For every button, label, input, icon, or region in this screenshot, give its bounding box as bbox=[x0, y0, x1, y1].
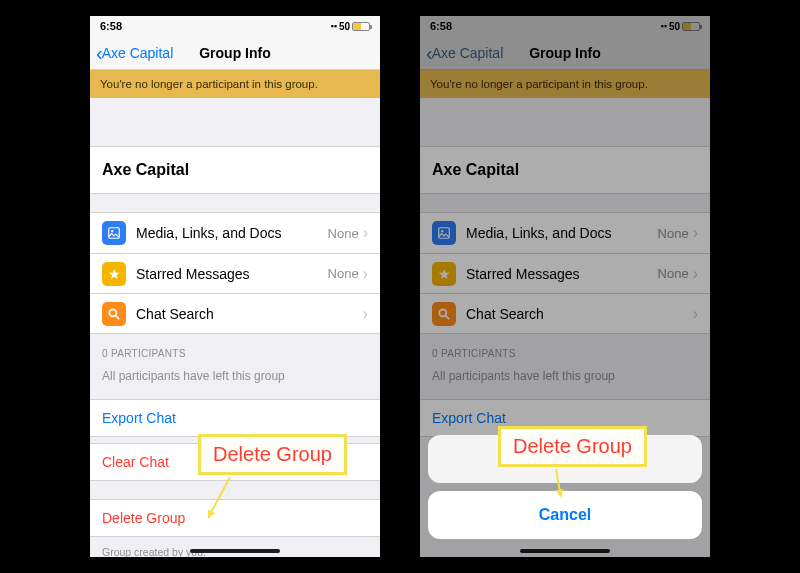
clear-chat-button[interactable]: Clear Chat bbox=[90, 443, 380, 481]
status-time: 6:58 bbox=[100, 20, 122, 32]
media-icon bbox=[102, 221, 126, 245]
svg-point-1 bbox=[111, 230, 113, 232]
screenshot-right: 6:58 ▪▪ 50 ‹ Axe Capital Group Info You'… bbox=[420, 16, 710, 557]
screenshot-left: 6:58 ▪▪ 50 ‹ Axe Capital Group Info You'… bbox=[90, 16, 380, 557]
svg-line-3 bbox=[116, 315, 120, 319]
back-label: Axe Capital bbox=[102, 45, 174, 61]
row-label: Chat Search bbox=[136, 306, 363, 322]
participants-header: 0 PARTICIPANTS bbox=[90, 334, 380, 363]
search-icon bbox=[102, 302, 126, 326]
action-sheet: Delete Group Cancel bbox=[428, 435, 702, 539]
chevron-right-icon: › bbox=[363, 305, 368, 323]
media-links-docs-row[interactable]: Media, Links, and Docs None › bbox=[90, 213, 380, 253]
row-value: None bbox=[328, 226, 359, 241]
row-label: Starred Messages bbox=[136, 266, 328, 282]
delete-group-button[interactable]: Delete Group bbox=[90, 499, 380, 537]
chevron-right-icon: › bbox=[363, 265, 368, 283]
chevron-right-icon: › bbox=[363, 224, 368, 242]
chat-search-row[interactable]: Chat Search › bbox=[90, 293, 380, 333]
nav-bar: ‹ Axe Capital Group Info bbox=[90, 36, 380, 70]
group-name: Axe Capital bbox=[90, 146, 380, 194]
row-value: None bbox=[328, 266, 359, 281]
star-icon: ★ bbox=[102, 262, 126, 286]
status-bar: 6:58 ▪▪ 50 bbox=[90, 16, 380, 36]
status-battery: ▪▪ 50 bbox=[330, 21, 370, 32]
export-chat-button[interactable]: Export Chat bbox=[90, 399, 380, 437]
info-section: Media, Links, and Docs None › ★ Starred … bbox=[90, 212, 380, 334]
back-button[interactable]: ‹ Axe Capital bbox=[96, 43, 173, 63]
row-label: Media, Links, and Docs bbox=[136, 225, 328, 241]
svg-point-2 bbox=[109, 309, 116, 316]
home-indicator bbox=[190, 549, 280, 553]
not-participant-banner: You're no longer a participant in this g… bbox=[90, 70, 380, 98]
starred-messages-row[interactable]: ★ Starred Messages None › bbox=[90, 253, 380, 293]
participants-note: All participants have left this group bbox=[90, 363, 380, 399]
sheet-delete-group[interactable]: Delete Group bbox=[428, 435, 702, 483]
footer-note: Group created by you. Created at 6:56 PM… bbox=[90, 537, 380, 557]
sheet-cancel[interactable]: Cancel bbox=[428, 491, 702, 539]
